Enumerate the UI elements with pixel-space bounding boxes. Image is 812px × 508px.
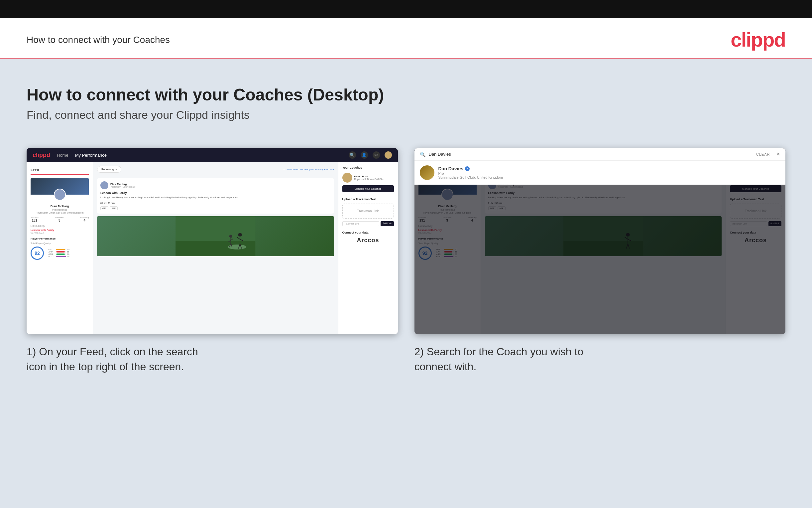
- page-title: How to connect with your Coaches: [27, 35, 170, 45]
- post-duration: 01 hr : 30 min: [100, 202, 331, 204]
- post-user: Blair McHarg Yesterday · Sunningdale: [100, 181, 331, 189]
- bar-arg: ARG 86: [49, 253, 69, 255]
- left-screenshot-col: clippd Home My Performance 🔍 👤 ⚙: [27, 148, 398, 374]
- tag-app: APP: [110, 206, 118, 210]
- feed-area: Following ▾ Control who can see your act…: [93, 162, 338, 334]
- upload-title: Upload a Trackman Test: [342, 198, 394, 201]
- post-body: Looking to feel like my hands are exitin…: [100, 196, 331, 199]
- app-body: Feed Blair McHarg Plus Handicap Royal No…: [27, 162, 398, 334]
- left-panel: Feed Blair McHarg Plus Handicap Royal No…: [27, 162, 93, 334]
- close-button[interactable]: ×: [776, 151, 780, 158]
- coaches-title: Your Coaches: [342, 166, 394, 169]
- profile-banner: [31, 178, 89, 195]
- connect-title: Connect your data: [342, 231, 394, 234]
- post-user-info: Blair McHarg Yesterday · Sunningdale: [110, 183, 136, 188]
- coach-name: David Ford: [354, 175, 384, 178]
- search-input-overlay[interactable]: Dan Davies: [429, 152, 753, 157]
- page-heading: How to connect with your Coaches (Deskto…: [27, 85, 785, 104]
- stats-row: Activities 131 Followers 3 Following 4: [31, 217, 89, 222]
- app-nav-logo: clippd: [33, 152, 50, 159]
- coach-info: David Ford Royal North Devon Golf Club: [354, 175, 384, 180]
- stat-followers: Followers 3: [55, 217, 64, 222]
- svg-point-2: [228, 245, 246, 250]
- svg-point-9: [229, 235, 232, 238]
- arccos-logo: Arccos: [342, 237, 394, 244]
- screenshots-row: clippd Home My Performance 🔍 👤 ⚙: [27, 148, 785, 374]
- nav-my-performance[interactable]: My Performance: [75, 153, 107, 158]
- user-icon[interactable]: 👤: [361, 152, 368, 159]
- page-subheading: Find, connect and share your Clippd insi…: [27, 109, 785, 121]
- trackman-input-row: Trackman Link Add Link: [342, 221, 394, 226]
- post-image: [97, 216, 334, 256]
- search-overlay: 🔍 Dan Davies CLEAR × Dan Davies ✓ Pro: [415, 148, 786, 334]
- app-nav-icons: 🔍 👤 ⚙: [349, 152, 392, 159]
- following-button[interactable]: Following ▾: [97, 166, 121, 173]
- stat-activities: Activities 131: [31, 217, 39, 222]
- avatar-icon[interactable]: [385, 152, 392, 159]
- app-mock-left: clippd Home My Performance 🔍 👤 ⚙: [27, 148, 398, 334]
- quality-label: Total Player Quality: [31, 242, 89, 245]
- player-performance-title: Player Performance: [31, 237, 89, 240]
- score-bars: OTT 90 APP 85: [49, 249, 69, 258]
- clippd-logo: clippd: [730, 28, 785, 51]
- feed-tab[interactable]: Feed: [31, 166, 89, 175]
- coach-item: David Ford Royal North Devon Golf Club: [342, 173, 394, 183]
- control-link[interactable]: Control who can see your activity and da…: [284, 168, 334, 171]
- coach-club: Royal North Devon Golf Club: [354, 178, 384, 180]
- post-card: Blair McHarg Yesterday · Sunningdale Les…: [97, 178, 334, 214]
- post-name: Blair McHarg: [110, 183, 136, 186]
- left-screenshot: clippd Home My Performance 🔍 👤 ⚙: [27, 148, 398, 334]
- post-title: Lesson with Fordy: [100, 191, 331, 195]
- profile-name: Blair McHarg: [31, 205, 89, 208]
- search-icon-overlay: 🔍: [420, 152, 425, 157]
- search-result[interactable]: Dan Davies ✓ Pro Sunningdale Golf Club, …: [415, 160, 786, 185]
- trackman-box: Trackman Link: [342, 204, 394, 219]
- latest-activity-label: Latest Activity: [31, 225, 89, 227]
- tag-ott: OTT: [100, 206, 108, 210]
- result-badge: ✓: [465, 166, 470, 171]
- post-tags: OTT APP: [100, 206, 331, 210]
- stat-following: Following 4: [81, 217, 89, 222]
- score-circle: 92: [31, 247, 44, 260]
- profile-location: Royal North Devon Golf Club, United King…: [31, 212, 89, 214]
- manage-coaches-button[interactable]: Manage Your Coaches: [342, 185, 394, 192]
- trackman-input[interactable]: Trackman Link: [342, 221, 380, 226]
- score-section: 92 OTT 90 APP: [31, 247, 89, 260]
- settings-icon[interactable]: ⚙: [373, 152, 380, 159]
- step2-label: 2) Search for the Coach you wish to conn…: [415, 344, 786, 374]
- right-screenshot-col: clippd Home My Performance 🔍 👤 ⚙ Feed: [415, 148, 786, 374]
- clear-button[interactable]: CLEAR: [756, 153, 770, 156]
- nav-home[interactable]: Home: [57, 153, 68, 158]
- activity-title: Lesson with Fordy: [31, 228, 89, 231]
- add-link-button[interactable]: Add Link: [381, 221, 393, 226]
- header: How to connect with your Coaches clippd: [0, 18, 812, 58]
- post-time: Yesterday · Sunningdale: [110, 186, 136, 188]
- app-nav: clippd Home My Performance 🔍 👤 ⚙: [27, 148, 398, 162]
- top-bar: [0, 0, 812, 18]
- search-icon[interactable]: 🔍: [349, 152, 356, 159]
- trackman-text: Trackman Link: [348, 209, 388, 213]
- bar-app: APP 85: [49, 251, 69, 253]
- result-club: Sunningdale Golf Club, United Kingdom: [438, 175, 503, 179]
- right-coaches-panel: Your Coaches David Ford Royal North Devo…: [338, 162, 398, 334]
- right-screenshot: clippd Home My Performance 🔍 👤 ⚙ Feed: [415, 148, 786, 334]
- profile-avatar: [54, 188, 66, 201]
- post-avatar: [100, 181, 108, 189]
- activity-date: 03 Aug 2022: [31, 231, 89, 234]
- result-avatar: [420, 165, 434, 180]
- coach-avatar: [342, 173, 352, 183]
- result-info: Dan Davies ✓ Pro Sunningdale Golf Club, …: [438, 166, 503, 179]
- profile-handicap: Plus Handicap: [31, 209, 89, 211]
- search-bar: 🔍 Dan Davies CLEAR ×: [415, 148, 786, 160]
- bar-ott: OTT 90: [49, 249, 69, 251]
- svg-point-3: [238, 233, 242, 237]
- result-name: Dan Davies ✓: [438, 166, 503, 171]
- bar-putt: PUTT 96: [49, 255, 69, 257]
- step1-label: 1) On your Feed, click on the search ico…: [27, 344, 398, 374]
- main-content: How to connect with your Coaches (Deskto…: [0, 58, 812, 508]
- result-role: Pro: [438, 171, 503, 175]
